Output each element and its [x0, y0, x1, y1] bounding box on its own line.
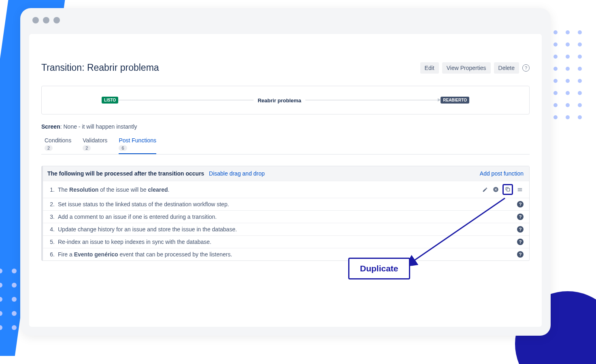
tabs: Conditions 2 Validators 2 Post Functions…: [41, 137, 530, 154]
svg-point-41: [12, 297, 17, 302]
tab-post-functions[interactable]: Post Functions 6: [119, 137, 156, 154]
screen-value: : None - it will happen instantly: [60, 123, 137, 130]
row-number: 6.: [47, 251, 55, 258]
row-text: Fire a Evento genérico event that can be…: [58, 251, 232, 258]
page-title: Transition: Reabrir problema: [41, 62, 159, 73]
view-properties-button[interactable]: View Properties: [442, 62, 491, 74]
post-function-row: 4. Update change history for an issue an…: [42, 223, 529, 235]
viewport: Transition: Reabrir problema Edit View P…: [29, 34, 542, 327]
svg-point-5: [553, 42, 558, 47]
row-text: Re-index an issue to keep indexes in syn…: [58, 239, 211, 245]
svg-point-36: [0, 283, 2, 288]
row-text: The Resolution of the issue will be clea…: [58, 186, 169, 193]
post-function-row: 2. Set issue status to the linked status…: [42, 198, 529, 210]
svg-point-10: [566, 55, 570, 59]
svg-point-11: [578, 55, 582, 59]
svg-rect-53: [507, 188, 510, 191]
tab-label: Validators: [83, 137, 107, 144]
window-dot: [43, 17, 49, 23]
svg-point-40: [0, 297, 2, 302]
help-icon[interactable]: ?: [517, 239, 524, 245]
svg-point-23: [578, 91, 582, 95]
svg-point-48: [0, 325, 2, 330]
row-number: 5.: [47, 239, 55, 245]
svg-point-49: [12, 325, 17, 330]
tab-label: Conditions: [45, 137, 71, 144]
transition-diagram: LISTO Reabrir problema REABIERTO: [41, 86, 530, 114]
svg-point-21: [553, 91, 558, 95]
annotation-duplicate: Duplicate: [348, 258, 410, 279]
help-icon[interactable]: ?: [517, 251, 524, 258]
svg-point-27: [578, 103, 582, 107]
post-function-row: 6. Fire a Evento genérico event that can…: [42, 248, 529, 260]
tab-count: 2: [83, 145, 91, 151]
svg-point-37: [12, 283, 17, 288]
tab-count: 6: [119, 145, 127, 151]
tab-count: 2: [45, 145, 53, 151]
browser-window: Transition: Reabrir problema Edit View P…: [20, 8, 551, 336]
post-functions-panel: The following will be processed after th…: [41, 166, 530, 261]
add-post-function-link[interactable]: Add post function: [480, 170, 524, 177]
svg-point-33: [12, 269, 17, 273]
panel-header-text: The following will be processed after th…: [47, 170, 204, 177]
row-number: 3.: [47, 214, 55, 220]
svg-point-9: [553, 55, 558, 59]
from-status: LISTO: [102, 97, 118, 104]
svg-point-22: [566, 91, 570, 95]
tab-label: Post Functions: [119, 137, 156, 144]
window-controls: [20, 8, 551, 23]
row-text: Add a comment to an issue if one is ente…: [58, 214, 217, 220]
disable-drag-link[interactable]: Disable drag and drop: [209, 170, 265, 177]
duplicate-highlight: [502, 184, 513, 195]
drag-handle-icon[interactable]: [516, 186, 524, 193]
window-dot: [53, 17, 60, 23]
panel-header: The following will be processed after th…: [42, 166, 529, 181]
row-number: 4.: [47, 226, 55, 233]
row-text: Set issue status to the linked status of…: [58, 201, 229, 207]
to-status: REABIERTO: [441, 97, 469, 104]
svg-point-18: [566, 79, 570, 83]
edit-button[interactable]: Edit: [420, 62, 439, 74]
svg-point-13: [553, 67, 558, 71]
svg-point-19: [578, 79, 582, 83]
svg-point-3: [578, 30, 582, 34]
svg-point-25: [553, 103, 558, 107]
screen-label: Screen: [41, 123, 60, 130]
svg-point-15: [578, 67, 582, 71]
svg-point-45: [12, 311, 17, 316]
svg-point-29: [553, 115, 558, 119]
post-function-row: 3. Add a comment to an issue if one is e…: [42, 210, 529, 223]
svg-point-30: [566, 115, 570, 119]
post-function-row: 5. Re-index an issue to keep indexes in …: [42, 235, 529, 248]
svg-point-1: [553, 30, 558, 34]
svg-point-17: [553, 79, 558, 83]
row-number: 1.: [47, 186, 55, 193]
edit-icon[interactable]: [481, 186, 489, 193]
help-icon[interactable]: ?: [517, 226, 524, 233]
flow-arrow: Reabrir problema: [118, 100, 441, 100]
svg-point-31: [578, 115, 582, 119]
help-icon[interactable]: ?: [517, 214, 524, 220]
row-text: Update change history for an issue and s…: [58, 226, 237, 233]
post-function-row: 1. The Resolution of the issue will be c…: [42, 181, 529, 198]
svg-point-26: [566, 103, 570, 107]
tab-validators[interactable]: Validators 2: [83, 137, 107, 154]
svg-point-2: [566, 30, 570, 34]
row-number: 2.: [47, 201, 55, 207]
screen-info: Screen: None - it will happen instantly: [41, 123, 530, 130]
svg-point-32: [0, 269, 2, 273]
transition-name: Reabrir problema: [253, 97, 305, 103]
svg-point-44: [0, 311, 2, 316]
duplicate-icon[interactable]: [504, 186, 511, 193]
delete-icon[interactable]: [492, 186, 499, 193]
svg-point-14: [566, 67, 570, 71]
svg-point-7: [578, 42, 582, 47]
window-dot: [32, 17, 39, 23]
delete-button[interactable]: Delete: [494, 62, 519, 74]
svg-point-6: [566, 42, 570, 47]
help-icon[interactable]: ?: [522, 64, 530, 72]
tab-conditions[interactable]: Conditions 2: [45, 137, 71, 154]
help-icon[interactable]: ?: [517, 201, 524, 207]
